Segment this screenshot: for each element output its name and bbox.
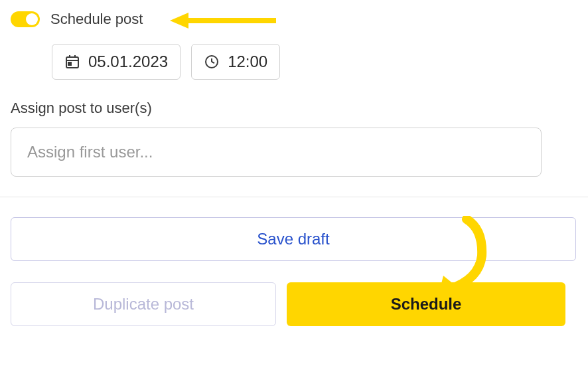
- calendar-icon: [64, 54, 80, 70]
- assign-user-input[interactable]: Assign first user...: [11, 128, 542, 177]
- annotation-arrow-horizontal: [170, 11, 276, 31]
- duplicate-post-button[interactable]: Duplicate post: [11, 282, 276, 326]
- divider: [0, 197, 588, 197]
- time-picker[interactable]: 12:00: [191, 44, 280, 80]
- date-picker[interactable]: 05.01.2023: [52, 44, 181, 80]
- save-draft-button[interactable]: Save draft: [11, 217, 576, 261]
- date-value: 05.01.2023: [88, 52, 168, 71]
- assign-label: Assign post to user(s): [11, 100, 577, 117]
- svg-line-7: [212, 62, 214, 63]
- schedule-toggle[interactable]: [11, 11, 40, 27]
- clock-icon: [204, 54, 220, 70]
- schedule-button[interactable]: Schedule: [287, 282, 565, 326]
- schedule-toggle-label: Schedule post: [50, 11, 143, 28]
- svg-rect-4: [68, 62, 71, 65]
- assign-placeholder: Assign first user...: [27, 143, 153, 161]
- time-value: 12:00: [228, 52, 267, 71]
